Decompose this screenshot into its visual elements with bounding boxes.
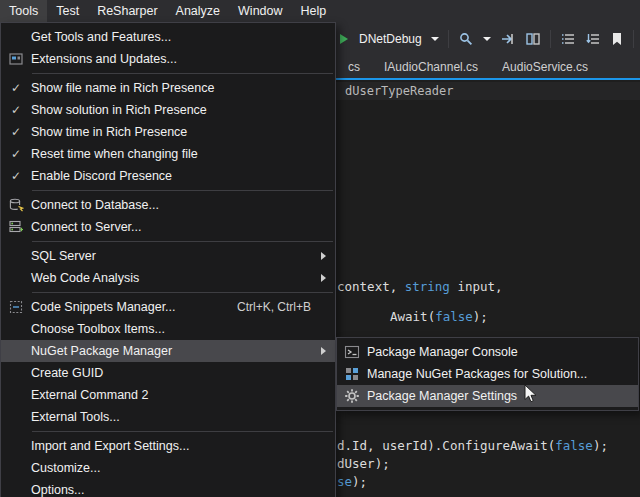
- menu-item-web-code-analysis[interactable]: Web Code Analysis: [1, 267, 335, 289]
- menu-item-show-solution-rich-presence[interactable]: ✓ Show solution in Rich Presence: [1, 99, 335, 121]
- menu-item-show-time-rich-presence[interactable]: ✓ Show time in Rich Presence: [1, 121, 335, 143]
- menu-separator: [32, 73, 333, 74]
- console-icon: [337, 344, 367, 360]
- menu-item-nuget-package-manager[interactable]: NuGet Package Manager: [1, 340, 335, 362]
- menubar-item-tools[interactable]: Tools: [0, 0, 47, 22]
- mouse-cursor: [524, 384, 538, 408]
- toolbar-separator: [633, 30, 634, 48]
- menu-item-connect-to-database[interactable]: Connect to Database...: [1, 194, 335, 216]
- menubar-item-resharper[interactable]: ReSharper: [88, 0, 166, 22]
- debug-target-selector[interactable]: DNetDebug: [359, 32, 422, 46]
- menu-separator: [32, 292, 333, 293]
- menu-item-get-tools-and-features[interactable]: Get Tools and Features...: [1, 26, 335, 48]
- toolbar-separator: [550, 30, 551, 48]
- menubar-item-test[interactable]: Test: [47, 0, 88, 22]
- menubar-item-window[interactable]: Window: [229, 0, 291, 22]
- menu-item-code-snippets-manager[interactable]: Code Snippets Manager... Ctrl+K, Ctrl+B: [1, 296, 335, 318]
- navigation-bar: dUserTypeReader: [336, 82, 640, 100]
- tab-audioservice[interactable]: AudioService.cs: [490, 56, 600, 78]
- menu-bar: Tools Test ReSharper Analyze Window Help: [0, 0, 640, 22]
- checkmark-icon: ✓: [1, 126, 31, 138]
- extensions-icon: [1, 51, 31, 67]
- menu-item-extensions-and-updates[interactable]: Extensions and Updates...: [1, 48, 335, 70]
- menu-item-customize[interactable]: Customize...: [1, 457, 335, 479]
- nuget-submenu: Package Manager Console Manage NuGet Pac…: [336, 337, 639, 411]
- menu-separator: [32, 241, 333, 242]
- menu-item-reset-time-when-changing-file[interactable]: ✓ Reset time when changing file: [1, 143, 335, 165]
- menu-item-show-file-name-rich-presence[interactable]: ✓ Show file name in Rich Presence: [1, 77, 335, 99]
- server-icon: [1, 219, 31, 235]
- columns-icon[interactable]: [525, 30, 541, 48]
- submenu-arrow-icon: [321, 347, 326, 355]
- start-debug-icon[interactable]: [338, 30, 350, 48]
- tab-iaudiochannel[interactable]: IAudioChannel.cs: [372, 56, 490, 78]
- menu-item-import-export-settings[interactable]: Import and Export Settings...: [1, 435, 335, 457]
- tools-menu: Get Tools and Features... Extensions and…: [0, 22, 336, 497]
- toolbar-items: DNetDebug: [336, 22, 640, 56]
- submenu-item-package-manager-console[interactable]: Package Manager Console: [337, 341, 638, 363]
- submenu-arrow-icon: [321, 274, 326, 282]
- list-icon[interactable]: [560, 30, 576, 48]
- code-line: dUser);: [337, 456, 390, 471]
- code-line: d.Id, userId).ConfigureAwait(false);: [337, 438, 608, 453]
- menu-item-options[interactable]: Options...: [1, 479, 335, 497]
- menubar-item-analyze[interactable]: Analyze: [167, 0, 229, 22]
- menu-item-sql-server[interactable]: SQL Server: [1, 245, 335, 267]
- menu-item-connect-to-server[interactable]: Connect to Server...: [1, 216, 335, 238]
- magnifier-icon[interactable]: [458, 30, 474, 48]
- shortcut-text: Ctrl+K, Ctrl+B: [237, 300, 327, 314]
- window-arrow-icon[interactable]: [500, 30, 516, 48]
- menu-item-external-tools[interactable]: External Tools...: [1, 406, 335, 428]
- checkmark-icon: ✓: [1, 170, 31, 182]
- chevron-down-icon[interactable]: [483, 37, 491, 41]
- chevron-down-icon[interactable]: [431, 37, 439, 41]
- toolbar-separator: [448, 30, 449, 48]
- vs-window: Tools Test ReSharper Analyze Window Help…: [0, 0, 640, 497]
- code-line: Await(false);: [390, 309, 488, 324]
- type-name-text: dUserTypeReader: [345, 84, 453, 98]
- packages-icon: [337, 366, 367, 382]
- checkmark-icon: ✓: [1, 104, 31, 116]
- menu-item-choose-toolbox-items[interactable]: Choose Toolbox Items...: [1, 318, 335, 340]
- menu-separator: [32, 431, 333, 432]
- checkmark-icon: ✓: [1, 148, 31, 160]
- sort-list-icon[interactable]: [585, 30, 601, 48]
- bookmark-icon[interactable]: [610, 30, 624, 48]
- code-line: context, string input,: [337, 279, 503, 294]
- checkmark-icon: ✓: [1, 82, 31, 94]
- menubar-item-help[interactable]: Help: [292, 0, 336, 22]
- menu-separator: [32, 190, 333, 191]
- menu-item-enable-discord-presence[interactable]: ✓ Enable Discord Presence: [1, 165, 335, 187]
- submenu-item-package-manager-settings[interactable]: Package Manager Settings: [337, 385, 638, 407]
- menu-item-create-guid[interactable]: Create GUID: [1, 362, 335, 384]
- menu-item-external-command-2[interactable]: External Command 2: [1, 384, 335, 406]
- database-icon: [1, 197, 31, 213]
- gear-icon: [337, 388, 367, 404]
- snippets-icon: [1, 299, 31, 315]
- submenu-arrow-icon: [321, 252, 326, 260]
- tab-cs[interactable]: cs: [336, 56, 372, 78]
- submenu-item-manage-nuget-packages-solution[interactable]: Manage NuGet Packages for Solution...: [337, 363, 638, 385]
- code-line: se);: [337, 474, 367, 489]
